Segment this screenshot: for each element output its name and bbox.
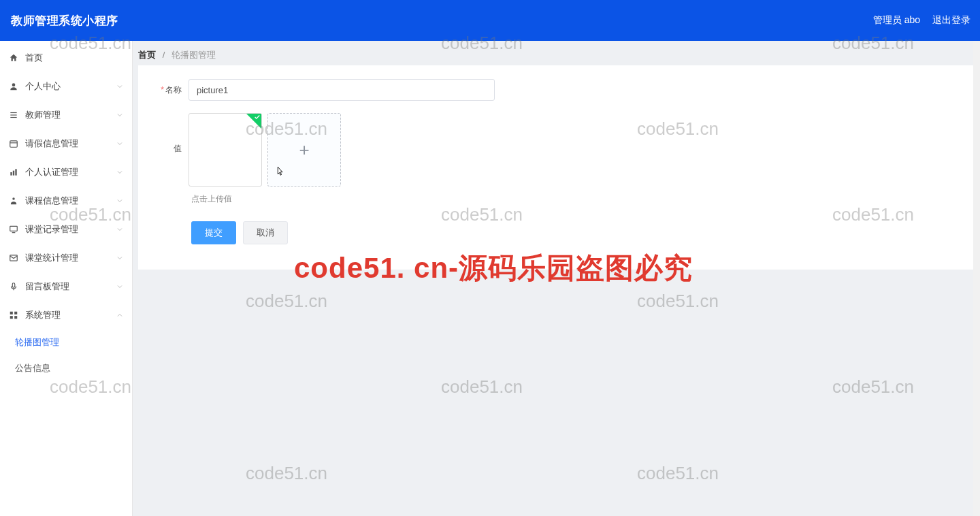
value-label: 值: [157, 112, 189, 185]
sidebar-item-teacher[interactable]: 教师管理: [0, 101, 132, 129]
sidebar-item-label: 首页: [25, 52, 43, 64]
sidebar-item-label: 系统管理: [25, 309, 61, 321]
plus-icon: +: [299, 141, 309, 159]
cancel-button[interactable]: 取消: [243, 221, 288, 244]
home-icon: [8, 52, 19, 63]
app-title: 教师管理系统小程序: [11, 13, 118, 29]
button-row: 提交 取消: [157, 221, 956, 244]
chevron-down-icon: [116, 225, 124, 233]
breadcrumb-current: 轮播图管理: [172, 50, 216, 60]
sidebar-item-course[interactable]: 课程信息管理: [0, 187, 132, 215]
header-right: 管理员 abo 退出登录: [873, 14, 970, 27]
svg-rect-10: [10, 226, 18, 231]
doc-icon: [8, 195, 19, 206]
upload-tip: 点击上传值: [157, 193, 956, 205]
svg-rect-16: [14, 312, 17, 315]
submit-button[interactable]: 提交: [191, 221, 236, 244]
svg-rect-8: [15, 169, 16, 175]
chevron-down-icon: [116, 254, 124, 262]
logout-link[interactable]: 退出登录: [932, 14, 970, 27]
upload-area: +: [189, 112, 341, 187]
svg-rect-18: [14, 316, 17, 319]
svg-point-0: [12, 83, 16, 86]
chevron-down-icon: [116, 197, 124, 205]
name-label: *名称: [157, 79, 189, 101]
sidebar-sub-notice[interactable]: 公告信息: [0, 355, 132, 381]
svg-rect-7: [13, 171, 14, 176]
required-asterisk: *: [161, 85, 164, 95]
sidebar-item-label: 课程信息管理: [25, 195, 78, 207]
svg-point-9: [12, 197, 15, 200]
chart-icon: [8, 167, 19, 178]
sidebar-sub-carousel[interactable]: 轮播图管理: [0, 329, 132, 355]
sidebar-item-cert[interactable]: 个人认证管理: [0, 158, 132, 187]
scrollbar-track[interactable]: [973, 41, 980, 516]
sidebar-item-label: 个人认证管理: [25, 166, 78, 178]
svg-rect-17: [10, 316, 13, 319]
upload-add-button[interactable]: +: [267, 113, 341, 187]
svg-rect-13: [12, 283, 15, 287]
breadcrumb-home[interactable]: 首页: [138, 50, 156, 60]
chevron-down-icon: [116, 168, 124, 176]
name-input[interactable]: [189, 79, 495, 101]
mic-icon: [8, 281, 19, 292]
form-panel: *名称 值 + 点击上传值: [138, 65, 975, 270]
main-content: 首页 / 轮播图管理 *名称 值: [133, 41, 980, 516]
admin-link[interactable]: 管理员 abo: [873, 14, 920, 27]
mail-icon: [8, 253, 19, 263]
upload-success-badge: [246, 114, 261, 129]
sidebar-item-message[interactable]: 留言板管理: [0, 272, 132, 301]
sidebar-item-label: 课堂记录管理: [25, 223, 78, 236]
form-row-name: *名称: [157, 79, 956, 101]
breadcrumb-separator: /: [163, 50, 165, 60]
sidebar-item-personal[interactable]: 个人中心: [0, 72, 132, 101]
grid-icon: [8, 310, 19, 321]
chevron-down-icon: [116, 82, 124, 91]
chevron-down-icon: [116, 111, 124, 119]
uploaded-image-card[interactable]: [189, 113, 262, 187]
sidebar-item-label: 个人中心: [25, 80, 61, 93]
sidebar-item-label: 留言板管理: [25, 280, 69, 293]
monitor-icon: [8, 224, 19, 235]
calendar-icon: [8, 138, 19, 149]
sidebar-item-home[interactable]: 首页: [0, 44, 132, 72]
sidebar-item-system[interactable]: 系统管理: [0, 301, 132, 329]
sidebar-item-label: 请假信息管理: [25, 138, 78, 150]
sidebar: 首页 个人中心 教师管理 请假信息管理: [0, 41, 133, 516]
svg-rect-4: [10, 141, 18, 147]
svg-rect-6: [10, 172, 12, 176]
breadcrumb: 首页 / 轮播图管理: [133, 41, 980, 65]
svg-rect-15: [10, 312, 13, 315]
sidebar-item-stats[interactable]: 课堂统计管理: [0, 244, 132, 272]
list-icon: [8, 110, 19, 120]
sidebar-sub-label: 轮播图管理: [15, 336, 59, 349]
check-icon: [254, 114, 261, 120]
chevron-down-icon: [116, 283, 124, 291]
sidebar-item-record[interactable]: 课堂记录管理: [0, 215, 132, 244]
sidebar-item-label: 课堂统计管理: [25, 252, 78, 264]
chevron-up-icon: [116, 311, 124, 319]
sidebar-item-leave[interactable]: 请假信息管理: [0, 129, 132, 158]
form-row-value: 值 +: [157, 112, 956, 187]
chevron-down-icon: [116, 140, 124, 148]
sidebar-sub-label: 公告信息: [15, 362, 50, 374]
user-icon: [8, 81, 19, 92]
sidebar-item-label: 教师管理: [25, 109, 61, 121]
app-header: 教师管理系统小程序 管理员 abo 退出登录: [0, 0, 980, 41]
